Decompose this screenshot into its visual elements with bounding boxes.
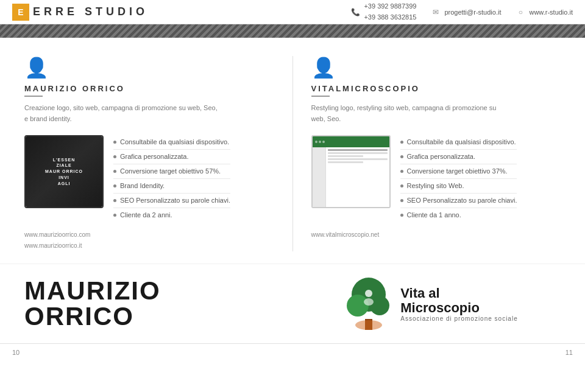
feature-text: Brand Idendity. bbox=[120, 183, 165, 189]
globe-icon: ○ bbox=[516, 7, 525, 17]
page-number-left: 10 bbox=[12, 349, 20, 356]
logo-area: E ERRE STUDIO bbox=[12, 4, 148, 21]
screen-line bbox=[328, 152, 388, 154]
feature-text: Grafica personalizzata. bbox=[120, 153, 189, 160]
header-right: 📞 +39 392 9887399 +39 388 3632815 ✉ prog… bbox=[350, 1, 573, 23]
right-person-name: VITALMICROSCOPIO bbox=[311, 84, 561, 93]
left-link1[interactable]: www.maurizioorrico.com bbox=[24, 229, 274, 240]
right-link1[interactable]: www.vitalmicroscopio.net bbox=[311, 229, 561, 240]
right-screen-container bbox=[311, 135, 391, 208]
list-item: Restyling sito Web. bbox=[400, 179, 517, 194]
svg-point-4 bbox=[370, 296, 389, 315]
screen-line bbox=[328, 161, 364, 163]
feature-text: Cliente da 2 anni. bbox=[120, 212, 172, 219]
website-url: www.r-studio.it bbox=[529, 9, 573, 16]
right-feature-list: Consultabile da qualsiasi dispositivo. G… bbox=[400, 135, 517, 222]
right-column: 👤 VITALMICROSCOPIO Restyling logo, resty… bbox=[292, 56, 561, 251]
bottom-left: MAURIZIO ORRICO bbox=[24, 278, 283, 329]
left-person-name: MAURIZIO ORRICO bbox=[24, 84, 274, 93]
left-feature-list: Consultabile da qualsiasi dispositivo. G… bbox=[113, 135, 230, 222]
bullet-icon bbox=[113, 155, 116, 158]
feature-text: Conversione target obiettivo 37%. bbox=[407, 168, 508, 175]
left-device-mockup: L'ESSENZIALEMAUR ORRICOINVIAGLI bbox=[24, 135, 104, 208]
feature-text: Restyling sito Web. bbox=[407, 183, 464, 189]
right-content-row: Consultabile da qualsiasi dispositivo. G… bbox=[311, 135, 561, 222]
page-number-right: 11 bbox=[566, 349, 573, 356]
bullet-icon bbox=[400, 199, 403, 202]
vita-name-line1: Vita al bbox=[400, 286, 517, 301]
bullet-icon bbox=[113, 199, 116, 202]
bottom-section: MAURIZIO ORRICO bbox=[0, 264, 585, 343]
phone1: +39 392 9887399 bbox=[364, 1, 416, 12]
email-icon: ✉ bbox=[431, 7, 441, 17]
tree-icon bbox=[344, 276, 393, 331]
phone-icon: 📞 bbox=[350, 7, 360, 17]
feature-text: Cliente da 1 anno. bbox=[407, 212, 461, 219]
left-content-row: L'ESSENZIALEMAUR ORRICOINVIAGLI Consulta… bbox=[24, 135, 274, 222]
page-numbers: 10 11 bbox=[0, 343, 585, 361]
bullet-icon bbox=[113, 170, 116, 173]
feature-text: Grafica personalizzata. bbox=[407, 153, 476, 160]
phone-contact: 📞 +39 392 9887399 +39 388 3632815 bbox=[350, 1, 416, 23]
list-item: Consultabile da qualsiasi dispositivo. bbox=[113, 135, 230, 150]
screen-line bbox=[328, 158, 388, 160]
bullet-icon bbox=[400, 184, 403, 187]
feature-text: SEO Personalizzato su parole chiavi. bbox=[407, 197, 517, 204]
left-person-desc: Creazione logo, sito web, campagna di pr… bbox=[24, 103, 219, 124]
phone-numbers: +39 392 9887399 +39 388 3632815 bbox=[364, 1, 416, 23]
screen-main bbox=[326, 147, 389, 207]
list-item: Cliente da 2 anni. bbox=[113, 208, 230, 222]
logo-text: ERRE STUDIO bbox=[33, 5, 148, 18]
svg-point-1 bbox=[355, 320, 382, 330]
left-device-text: L'ESSENZIALEMAUR ORRICOINVIAGLI bbox=[43, 155, 85, 189]
stripe-bar bbox=[0, 24, 585, 38]
screen-line bbox=[328, 155, 364, 157]
right-device-mockup bbox=[311, 135, 391, 208]
left-feature-links: www.maurizioorrico.com www.maurizioorric… bbox=[24, 229, 274, 251]
email-address: progetti@r-studio.it bbox=[444, 9, 501, 16]
left-column: 👤 MAURIZIO ORRICO Creazione logo, sito w… bbox=[24, 56, 292, 251]
person-icon-left: 👤 bbox=[24, 56, 274, 79]
bullet-icon bbox=[113, 184, 116, 187]
screen-dot bbox=[315, 141, 317, 143]
header: E ERRE STUDIO 📞 +39 392 9887399 +39 388 … bbox=[0, 0, 585, 24]
website-contact: ○ www.r-studio.it bbox=[516, 7, 573, 17]
right-person-desc: Restyling logo, restyling sito web, camp… bbox=[311, 103, 506, 124]
phone2: +39 388 3632815 bbox=[364, 12, 416, 23]
feature-text: Consultabile da qualsiasi dispositivo. bbox=[407, 139, 516, 145]
list-item: Cliente da 1 anno. bbox=[400, 208, 517, 222]
right-person-divider bbox=[311, 96, 330, 97]
screen-dot bbox=[322, 141, 325, 143]
list-item: Brand Idendity. bbox=[113, 179, 230, 194]
list-item: SEO Personalizzato su parole chiavi. bbox=[400, 194, 517, 208]
feature-text: SEO Personalizzato su parole chiavi. bbox=[120, 197, 230, 204]
right-screen-content bbox=[313, 147, 389, 207]
bottom-title: MAURIZIO ORRICO bbox=[24, 278, 283, 329]
vita-text-block: Vita al Microscopio Associazione di prom… bbox=[400, 286, 517, 322]
person-icon-right: 👤 bbox=[311, 56, 561, 79]
feature-text: Consultabile da qualsiasi dispositivo. bbox=[120, 139, 229, 145]
list-item: Conversione target obiettivo 37%. bbox=[400, 164, 517, 179]
list-item: Consultabile da qualsiasi dispositivo. bbox=[400, 135, 517, 150]
bullet-icon bbox=[113, 214, 116, 217]
main-content: 👤 MAURIZIO ORRICO Creazione logo, sito w… bbox=[0, 38, 585, 264]
bottom-title-line1: MAURIZIO bbox=[24, 278, 283, 304]
bullet-icon bbox=[400, 155, 403, 158]
list-item: Grafica personalizzata. bbox=[113, 150, 230, 164]
vita-name: Vita al Microscopio bbox=[400, 286, 517, 315]
feature-text: Conversione target obiettivo 57%. bbox=[120, 168, 221, 175]
left-link2[interactable]: www.maurizioorrico.it bbox=[24, 240, 274, 251]
screen-line bbox=[328, 149, 388, 151]
bottom-right: Vita al Microscopio Associazione di prom… bbox=[302, 276, 561, 331]
email-contact: ✉ progetti@r-studio.it bbox=[431, 7, 501, 17]
screen-sidebar bbox=[313, 147, 326, 207]
svg-point-3 bbox=[347, 295, 369, 317]
screen-dot bbox=[319, 141, 321, 143]
vita-name-line2: Microscopio bbox=[400, 301, 517, 315]
list-item: SEO Personalizzato su parole chiavi. bbox=[113, 194, 230, 208]
vita-subtitle: Associazione di promozione sociale bbox=[400, 315, 517, 322]
vita-logo: Vita al Microscopio Associazione di prom… bbox=[344, 276, 517, 331]
bullet-icon bbox=[400, 170, 403, 173]
left-device-screen: L'ESSENZIALEMAUR ORRICOINVIAGLI bbox=[26, 136, 102, 207]
bullet-icon bbox=[400, 141, 403, 144]
